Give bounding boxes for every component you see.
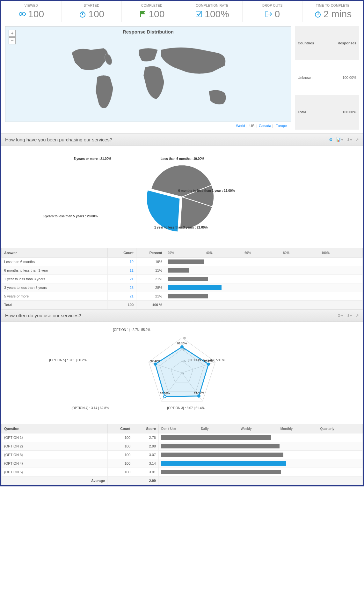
- q1-data-table: Answer Count Percent 20%40%60%80%100% Le…: [1, 248, 363, 309]
- check-icon: [195, 10, 203, 18]
- question-title: How often do you use our services?: [5, 313, 81, 318]
- stat-completed: COMPLETED 100: [122, 1, 182, 22]
- svg-text:75: 75: [183, 336, 186, 339]
- table-row-total: Total 100 100 %: [2, 301, 363, 309]
- stat-dropouts: DROP OUTS 0: [243, 1, 303, 22]
- question-header: How often do you use our services? ⚙▾ ⬇▾…: [1, 309, 363, 322]
- share-icon[interactable]: ↗: [355, 313, 359, 318]
- table-row: 5 years or more 21 21%: [2, 292, 363, 301]
- question-tools: ⚙ 📊▾ ⬇▾ ↗: [329, 137, 359, 142]
- download-icon[interactable]: ⬇▾: [346, 137, 352, 142]
- pie-slice-label: 1 year to less than 3 years : 21.00%: [154, 226, 207, 229]
- stat-label: VIEWED: [3, 4, 60, 7]
- svg-line-7: [318, 14, 319, 15]
- exit-icon: [265, 10, 273, 18]
- countries-table: CountriesResponses Unknown100.00% Total1…: [295, 26, 359, 130]
- stat-viewed: VIEWED 100: [1, 1, 62, 22]
- table-row: {OPTION 3} 100 3.07: [2, 451, 363, 459]
- svg-point-31: [154, 363, 157, 365]
- settings-icon[interactable]: ⚙: [329, 137, 333, 142]
- radar-axis-label: {OPTION 1} : 2.76 | 55.2%: [113, 328, 150, 332]
- svg-point-1: [21, 13, 23, 15]
- svg-point-23: [181, 346, 183, 348]
- axis-labels: 20%40%60%80%100%: [165, 250, 362, 256]
- svg-point-27: [198, 395, 200, 397]
- download-icon[interactable]: ⬇▾: [346, 313, 352, 318]
- table-row: {OPTION 4} 100 3.14: [2, 459, 363, 468]
- table-row: 1 year to less than 3 years 21 21%: [2, 275, 363, 283]
- svg-text:62.80%: 62.80%: [160, 392, 170, 395]
- table-row-total: Total100.00%: [295, 95, 359, 129]
- map-region-links: World| US| Canada| Europe: [5, 122, 291, 130]
- pie-slice-label: 5 years or more : 21.00%: [60, 157, 111, 161]
- zoom-in-button[interactable]: +: [9, 30, 16, 37]
- q2-data-table: Question Count Score Don't UseDailyWeekl…: [1, 424, 363, 485]
- clock-icon: [314, 10, 322, 18]
- radar-axis-label: {OPTION 2} : 2.98 | 59.6%: [188, 358, 225, 362]
- pie-chart: Less than 6 months : 19.00%6 months to l…: [1, 146, 363, 248]
- svg-text:55.20%: 55.20%: [177, 342, 187, 345]
- pie-svg: [147, 162, 217, 232]
- count-link[interactable]: 21: [108, 275, 136, 283]
- flag-icon: [139, 10, 147, 18]
- count-link[interactable]: 19: [108, 258, 136, 266]
- map-link-world[interactable]: World: [236, 124, 245, 128]
- table-row: {OPTION 5} 100 3.01: [2, 468, 363, 477]
- question-tools: ⚙▾ ⬇▾ ↗: [337, 313, 359, 318]
- table-row: Unknown100.00%: [295, 60, 359, 95]
- table-row: {OPTION 2} 100 2.98: [2, 442, 363, 451]
- svg-point-25: [207, 363, 210, 365]
- world-map-icon: [59, 37, 237, 117]
- svg-text:61.40%: 61.40%: [194, 391, 204, 394]
- radar-svg: 255075055.20%59.60%61.40%62.80%60.20%: [134, 331, 230, 414]
- radar-axis-label: {OPTION 5} : 3.01 | 60.2%: [49, 358, 87, 362]
- radar-chart: 255075055.20%59.60%61.40%62.80%60.20% {O…: [1, 322, 363, 424]
- table-row: 3 years to less than 5 years 28 28%: [2, 283, 363, 292]
- stat-started: STARTED 100: [62, 1, 122, 22]
- table-row: {OPTION 1} 100 2.76: [2, 433, 363, 442]
- map-link-europe[interactable]: Europe: [276, 124, 287, 128]
- count-link[interactable]: 11: [108, 266, 136, 275]
- svg-point-29: [164, 395, 166, 398]
- settings-icon[interactable]: ⚙▾: [337, 313, 343, 318]
- table-row: Less than 6 months 19 19%: [2, 258, 363, 266]
- table-row-total: Average 2.99: [2, 477, 363, 485]
- map-link-us[interactable]: US: [250, 124, 254, 128]
- pie-slice-label: 3 years to less than 5 years : 28.00%: [43, 214, 94, 218]
- stats-row: VIEWED 100 STARTED 100 COMPLETED 100 COM…: [1, 1, 363, 22]
- map-title: Response Distribution: [5, 26, 291, 37]
- stat-completion-rate: COMPLETION RATE 100%: [182, 1, 243, 22]
- count-link[interactable]: 21: [108, 292, 136, 301]
- zoom-out-button[interactable]: −: [9, 37, 16, 44]
- svg-text:60.20%: 60.20%: [150, 359, 160, 362]
- map-link-canada[interactable]: Canada: [259, 124, 271, 128]
- table-row: 6 months to less than 1 year 11 11%: [2, 266, 363, 275]
- eye-icon: [18, 10, 26, 18]
- question-header: How long have you been purchasing our se…: [1, 133, 363, 146]
- radar-axis-label: {OPTION 4} : 3.14 | 62.8%: [71, 406, 109, 410]
- chart-type-icon[interactable]: 📊▾: [336, 137, 343, 142]
- share-icon[interactable]: ↗: [355, 137, 359, 142]
- response-map[interactable]: Response Distribution + −: [5, 26, 291, 122]
- axis-labels: Don't UseDailyWeeklyMonthlyQuarterly: [159, 426, 362, 432]
- stat-value: 100: [28, 9, 44, 19]
- count-link[interactable]: 28: [108, 283, 136, 292]
- svg-marker-22: [155, 347, 208, 396]
- radar-axis-label: {OPTION 3} : 3.07 | 61.4%: [167, 406, 205, 410]
- pie-slice-label: 6 months to less than 1 year : 11.00%: [178, 189, 235, 192]
- stopwatch-icon: [79, 10, 86, 18]
- pie-slice-label: Less than 6 months : 19.00%: [161, 157, 204, 161]
- stat-time: TIME TO COMPLETE 2 mins: [303, 1, 363, 22]
- question-title: How long have you been purchasing our se…: [5, 137, 112, 142]
- svg-rect-5: [196, 11, 202, 17]
